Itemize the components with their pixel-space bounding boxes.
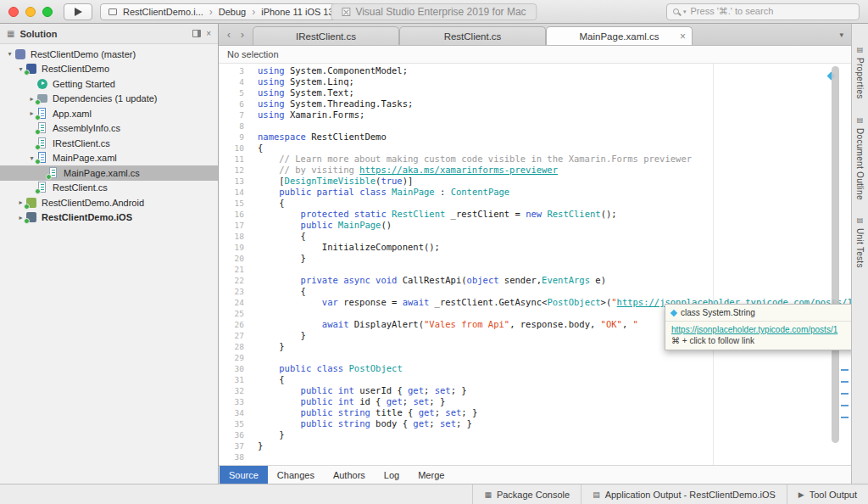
code-text: await DisplayAlert("Vales from Api", res… <box>258 319 638 330</box>
solution-pad: ▦ Solution × ▾RestClientDemo (master)▾Re… <box>0 24 219 484</box>
code-line[interactable]: 32 public int userId { get; set; } <box>219 385 851 396</box>
code-line[interactable]: 3using System.ComponentModel; <box>219 65 851 76</box>
tree-item-irestclient-cs[interactable]: IRestClient.cs <box>0 136 218 151</box>
run-button[interactable] <box>64 3 92 20</box>
line-number: 29 <box>219 352 258 363</box>
tree-item-mainpage-xaml-cs[interactable]: MainPage.xaml.cs <box>0 165 218 181</box>
document-outline-icon: ▤ <box>857 116 864 124</box>
tree-item-app-xaml[interactable]: ▸App.xaml <box>0 106 218 121</box>
code-line[interactable]: 19 InitializeComponent(); <box>219 242 851 253</box>
minimize-window-button[interactable] <box>25 7 36 17</box>
tree-item-restclientdemo[interactable]: ▾RestClientDemo <box>0 62 218 77</box>
navigate-forward-button[interactable]: › <box>236 28 249 41</box>
code-line[interactable]: 30 public class PostObject <box>219 363 851 374</box>
code-line[interactable]: 14 public partial class MainPage : Conte… <box>219 187 851 198</box>
code-line[interactable]: 21 <box>219 264 851 275</box>
close-tab-icon[interactable]: × <box>680 31 686 42</box>
solution-icon <box>14 48 26 60</box>
code-line[interactable]: 23 { <box>219 286 851 297</box>
tab-mainpage-xaml-cs[interactable]: MainPage.xaml.cs× <box>546 26 693 45</box>
code-line[interactable]: 36 } <box>219 429 851 440</box>
line-number: 14 <box>219 187 258 198</box>
dock-tab-properties[interactable]: ▤Properties <box>855 46 865 99</box>
code-line[interactable]: 7using Xamarin.Forms; <box>219 109 851 120</box>
code-line[interactable]: 6using System.Threading.Tasks; <box>219 98 851 109</box>
target-device[interactable]: iPhone 11 iOS 13.3 <box>261 7 342 17</box>
deps-icon <box>36 92 48 104</box>
code-text: namespace RestClientDemo <box>258 132 387 143</box>
code-line[interactable]: 20 } <box>219 253 851 264</box>
line-number: 33 <box>219 396 258 407</box>
build-configuration[interactable]: Debug <box>219 7 246 17</box>
search-field[interactable]: ▾ Press '⌘.' to search <box>666 3 860 20</box>
dock-tab-unit-tests[interactable]: ▤Unit Tests <box>855 216 865 268</box>
tree-item-dependencies-1-update[interactable]: ▸Dependencies (1 update) <box>0 92 218 107</box>
vc-tab-source[interactable]: Source <box>220 466 268 484</box>
code-line[interactable]: 16 protected static RestClient _restClie… <box>219 209 851 220</box>
code-editor[interactable]: 3using System.ComponentModel;4using Syst… <box>219 64 851 465</box>
code-line[interactable]: 37} <box>219 440 851 451</box>
code-line[interactable]: 34 public string title { get; set; } <box>219 407 851 418</box>
code-line[interactable]: 17 public MainPage() <box>219 220 851 231</box>
code-line[interactable]: 10{ <box>219 143 851 154</box>
code-line[interactable]: 8 <box>219 120 851 132</box>
tree-item-restclient-cs[interactable]: RestClient.cs <box>0 181 218 196</box>
line-number: 30 <box>219 363 258 374</box>
code-line[interactable]: 38 <box>219 451 851 462</box>
code-line[interactable]: 13 [DesignTimeVisible(true)] <box>219 176 851 187</box>
dock-tab-document-outline[interactable]: ▤Document Outline <box>855 116 865 200</box>
code-line[interactable]: 12 // by visiting https://aka.ms/xamarin… <box>219 165 851 176</box>
code-line[interactable]: 15 { <box>219 198 851 209</box>
tree-item-getting-started[interactable]: Getting Started <box>0 76 218 92</box>
vc-tab-authors[interactable]: Authors <box>324 466 375 484</box>
tab-irestclient-cs[interactable]: IRestClient.cs <box>253 26 399 45</box>
vc-tab-changes[interactable]: Changes <box>268 466 324 484</box>
tree-item-restclientdemo-ios[interactable]: ▸RestClientDemo.iOS <box>0 210 218 226</box>
tab-restclient-cs[interactable]: RestClient.cs <box>399 26 546 45</box>
code-line[interactable]: 29 <box>219 352 851 363</box>
code-text: InitializeComponent(); <box>258 242 440 253</box>
tab-label: IRestClient.cs <box>296 31 356 42</box>
code-text: public class PostObject <box>258 363 403 374</box>
properties-icon: ▤ <box>857 46 864 53</box>
tree-item-restclientdemo-master[interactable]: ▾RestClientDemo (master) <box>0 47 218 62</box>
tree-item-assemblyinfo-cs[interactable]: AssemblyInfo.cs <box>0 121 218 137</box>
code-line[interactable]: 18 { <box>219 231 851 242</box>
zoom-window-button[interactable] <box>42 7 53 17</box>
code-line[interactable]: 5using System.Text; <box>219 87 851 98</box>
close-window-button[interactable] <box>8 7 19 17</box>
navigate-back-button[interactable]: ‹ <box>222 28 236 41</box>
editor-scrollbar[interactable] <box>832 66 839 443</box>
vc-tab-merge[interactable]: Merge <box>409 466 453 484</box>
code-line[interactable]: 22 private async void CallRestApi(object… <box>219 275 851 286</box>
code-line[interactable]: 33 public int id { get; set; } <box>219 396 851 407</box>
line-number: 4 <box>219 76 258 87</box>
status-application-output-restclientdemo-ios[interactable]: ▤Application Output - RestClientDemo.iOS <box>581 484 787 504</box>
search-icon <box>673 8 679 14</box>
tree-item-restclientdemo-android[interactable]: ▸RestClientDemo.Android <box>0 195 218 210</box>
cs-icon <box>36 122 48 134</box>
tab-label: MainPage.xaml.cs <box>580 31 659 42</box>
tree-item-mainpage-xaml[interactable]: ▾MainPage.xaml <box>0 151 218 166</box>
dock-pad-icon[interactable] <box>192 30 201 37</box>
status-package-console[interactable]: ▦Package Console <box>472 484 581 504</box>
vc-tab-log[interactable]: Log <box>375 466 409 484</box>
tab-list-dropdown-icon[interactable]: ▾ <box>832 24 851 45</box>
run-configuration-selector[interactable]: RestClientDemo.i... › Debug › iPhone 11 … <box>100 3 350 20</box>
code-line[interactable]: 35 public string body { get; set; } <box>219 418 851 429</box>
line-number: 10 <box>219 143 258 154</box>
line-number: 22 <box>219 275 258 286</box>
code-text: using System.Threading.Tasks; <box>258 98 413 109</box>
status-tool-output[interactable]: ▶Tool Output <box>787 484 868 504</box>
code-line[interactable]: 9namespace RestClientDemo <box>219 132 851 143</box>
line-number: 20 <box>219 253 258 264</box>
startup-project[interactable]: RestClientDemo.i... <box>123 7 203 17</box>
disclosure-down-icon[interactable]: ▾ <box>5 50 14 58</box>
close-pad-icon[interactable]: × <box>206 29 211 38</box>
code-line[interactable]: 31 { <box>219 374 851 385</box>
cs-icon <box>36 182 48 193</box>
code-line[interactable]: 4using System.Linq; <box>219 76 851 87</box>
code-line[interactable]: 11 // Learn more about making custom cod… <box>219 154 851 165</box>
tooltip-link[interactable]: https://jsonplaceholder.typicode.com/pos… <box>665 322 851 335</box>
line-number: 17 <box>219 220 258 231</box>
